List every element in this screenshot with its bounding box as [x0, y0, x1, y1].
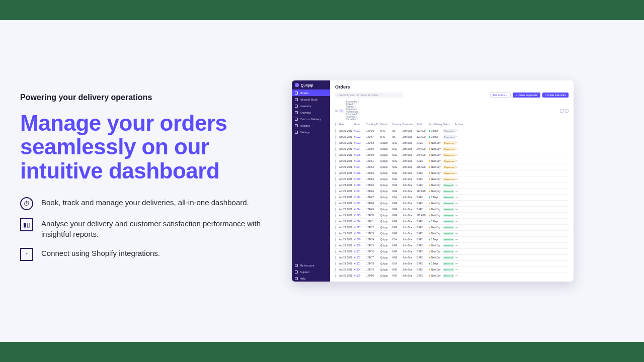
- col-Date[interactable]: Date: [339, 123, 354, 126]
- row-checkbox[interactable]: [335, 214, 336, 217]
- cell-order-link[interactable]: #1091: [354, 130, 366, 132]
- sidebar-item-analytics[interactable]: Analytics: [292, 109, 330, 116]
- row-actions-button[interactable]: •••: [455, 172, 462, 174]
- cell-order-link[interactable]: #1102: [354, 256, 366, 259]
- row-checkbox[interactable]: [335, 165, 336, 169]
- cell-order-link[interactable]: #1095: [354, 154, 366, 156]
- row-actions-button[interactable]: •••: [455, 238, 462, 241]
- row-checkbox[interactable]: [335, 141, 336, 145]
- row-checkbox[interactable]: [335, 147, 336, 151]
- row-checkbox[interactable]: [335, 220, 336, 223]
- cell-order-link[interactable]: #1091: [354, 190, 366, 193]
- row-checkbox[interactable]: [335, 184, 336, 187]
- sidebar-item-invoices[interactable]: Invoices: [292, 122, 330, 129]
- row-checkbox[interactable]: [335, 262, 336, 265]
- col-Order[interactable]: Order: [354, 123, 366, 126]
- cell-order-link[interactable]: #1098: [354, 172, 366, 174]
- row-checkbox[interactable]: [335, 177, 336, 181]
- col-Est. Delivery[interactable]: Est. Delivery: [429, 123, 443, 126]
- row-actions-button[interactable]: •••: [455, 256, 462, 259]
- row-actions-button[interactable]: •••: [455, 154, 462, 156]
- cell-order-link[interactable]: #1097: [354, 166, 366, 168]
- table-row[interactable]: Apr 23, 2021#1090123465QuiqupUAEJohn Doe…: [335, 182, 569, 188]
- row-checkbox[interactable]: [335, 274, 336, 278]
- row-checkbox[interactable]: [335, 190, 336, 193]
- sidebar-item-inventory[interactable]: Inventory: [292, 103, 330, 109]
- table-row[interactable]: Apr 23, 2021#1091123456DPDUSJohn Doe123 …: [335, 128, 569, 134]
- row-checkbox[interactable]: [335, 244, 336, 247]
- row-checkbox[interactable]: [335, 232, 336, 235]
- cell-order-link[interactable]: #1098: [354, 232, 366, 235]
- table-row[interactable]: Apr 23, 2021#1094123459QuiqupUAEJohn Doe…: [335, 146, 569, 152]
- table-row[interactable]: Apr 23, 2021#1100123475QuiqupUAEJohn Doe…: [335, 242, 569, 248]
- row-checkbox[interactable]: [335, 268, 336, 272]
- table-row[interactable]: Apr 23, 2021#1095123470QuiqupUAEJohn Doe…: [335, 212, 569, 218]
- col-Tracking ID[interactable]: Tracking ID: [366, 123, 380, 126]
- sidebar-item-my-account[interactable]: My Account: [292, 262, 330, 268]
- sidebar-item-cash-on-delivery[interactable]: Cash on Delivery: [292, 116, 330, 122]
- row-checkbox[interactable]: [335, 196, 336, 199]
- row-checkbox[interactable]: [335, 129, 336, 133]
- col-Carrier[interactable]: Carrier: [380, 123, 392, 126]
- cell-order-link[interactable]: #1097: [354, 226, 366, 229]
- row-actions-button[interactable]: •••: [455, 130, 462, 132]
- row-actions-button[interactable]: •••: [455, 160, 462, 162]
- row-checkbox[interactable]: [335, 202, 336, 205]
- table-row[interactable]: Apr 23, 2021#1096123461QuiqupUAEJohn Doe…: [335, 158, 569, 164]
- row-checkbox[interactable]: [335, 159, 336, 163]
- sidebar-item-settings[interactable]: Settings: [292, 129, 330, 135]
- create-single-order-button[interactable]: ＋ Create single order: [513, 93, 540, 98]
- table-row[interactable]: Apr 23, 2021#1098123463QuiqupUAEJohn Doe…: [335, 170, 569, 176]
- row-actions-button[interactable]: •••: [455, 142, 462, 144]
- row-actions-button[interactable]: •••: [455, 202, 462, 205]
- row-checkbox[interactable]: [335, 153, 336, 157]
- filter-icon[interactable]: [565, 109, 569, 113]
- row-actions-button[interactable]: •••: [455, 268, 462, 271]
- sidebar-item-orders[interactable]: Orders: [292, 89, 330, 96]
- cell-order-link[interactable]: #1095: [354, 214, 366, 217]
- table-row[interactable]: Apr 23, 2021#1092123457DPDUSJohn Doe123 …: [335, 134, 569, 140]
- row-actions-button[interactable]: •••: [455, 214, 462, 217]
- row-actions-button[interactable]: •••: [455, 166, 462, 168]
- cell-order-link[interactable]: #1103: [354, 262, 366, 265]
- cell-order-link[interactable]: #1093: [354, 142, 366, 144]
- cell-order-link[interactable]: #1092: [354, 136, 366, 138]
- row-actions-button[interactable]: •••: [455, 232, 462, 235]
- row-checkbox[interactable]: [335, 238, 336, 241]
- row-actions-button[interactable]: •••: [455, 208, 462, 211]
- table-row[interactable]: Apr 23, 2021#1105123480QuiqupUAEJohn Doe…: [335, 273, 569, 278]
- table-row[interactable]: Apr 23, 2021#1103123478QuiqupKSAJohn Doe…: [335, 260, 569, 266]
- filter-all[interactable]: All 0: [335, 109, 344, 113]
- search-input[interactable]: ⌕ Search by order ref, partner ID, mobil…: [335, 93, 403, 98]
- sidebar-item-inbound-stock[interactable]: Inbound Stock: [292, 96, 330, 103]
- cell-order-link[interactable]: #1094: [354, 148, 366, 150]
- table-row[interactable]: Apr 23, 2021#1097123462QuiqupUAEJohn Doe…: [335, 164, 569, 170]
- col-Status[interactable]: Status: [443, 123, 455, 126]
- row-actions-button[interactable]: •••: [455, 184, 462, 187]
- col-Total[interactable]: Total: [417, 123, 429, 126]
- table-row[interactable]: Apr 23, 2021#1096123471QuiqupUAEJohn Doe…: [335, 218, 569, 224]
- row-checkbox[interactable]: [335, 226, 336, 229]
- cell-order-link[interactable]: #1093: [354, 202, 366, 205]
- cell-order-link[interactable]: #1090: [354, 184, 366, 187]
- cell-order-link[interactable]: #1101: [354, 250, 366, 253]
- row-checkbox[interactable]: [335, 208, 336, 211]
- col-Customer[interactable]: Customer: [403, 123, 417, 126]
- table-row[interactable]: Apr 23, 2021#1092123467QuiqupKSAJohn Doe…: [335, 194, 569, 200]
- row-checkbox[interactable]: [335, 250, 336, 253]
- cell-order-link[interactable]: #1099: [354, 238, 366, 241]
- row-actions-button[interactable]: •••: [455, 190, 462, 193]
- row-actions-button[interactable]: •••: [455, 244, 462, 247]
- row-actions-button[interactable]: •••: [455, 196, 462, 199]
- table-row[interactable]: Apr 23, 2021#1094123469QuiqupUAEJohn Doe…: [335, 206, 569, 212]
- cell-order-link[interactable]: #1105: [354, 275, 366, 277]
- brand[interactable]: Quiqup: [292, 80, 330, 89]
- cell-order-link[interactable]: #1096: [354, 160, 366, 162]
- row-actions-button[interactable]: •••: [455, 226, 462, 229]
- row-checkbox[interactable]: [335, 256, 336, 259]
- row-actions-button[interactable]: •••: [455, 136, 462, 138]
- filter-cancelled[interactable]: Cancelled 0: [346, 118, 360, 121]
- table-row[interactable]: Apr 23, 2021#1099123464QuiqupUAEJohn Doe…: [335, 176, 569, 182]
- row-actions-button[interactable]: •••: [455, 262, 462, 265]
- cell-order-link[interactable]: #1104: [354, 268, 366, 271]
